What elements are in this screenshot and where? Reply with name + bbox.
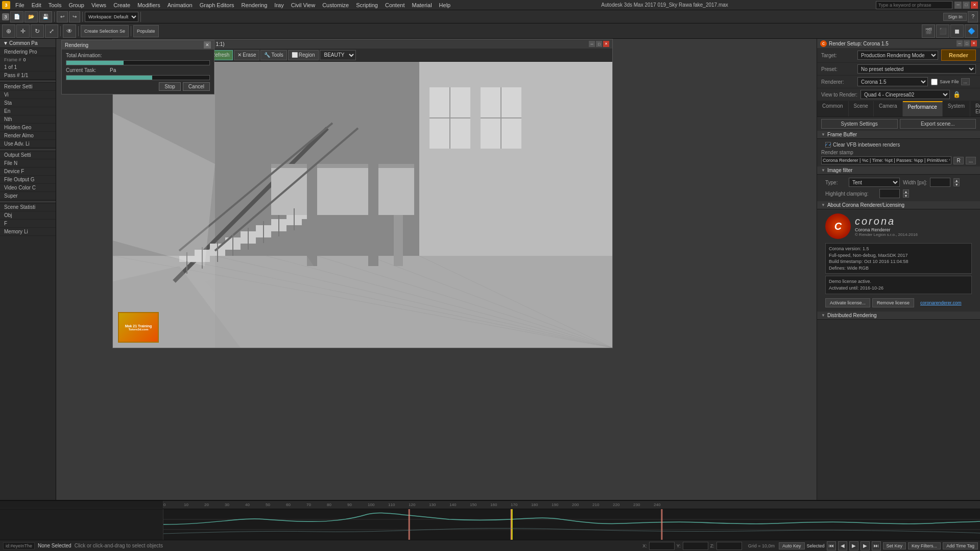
menu-animation[interactable]: Animation: [164, 2, 196, 9]
render-stamp-r[interactable]: R: [953, 157, 963, 164]
activate-license-button[interactable]: Activate license...: [825, 298, 870, 307]
menu-edit[interactable]: Edit: [29, 2, 44, 9]
prev-frame-button[interactable]: ⏮: [827, 541, 836, 550]
render-frame-button[interactable]: 🎬: [922, 25, 935, 38]
play-button[interactable]: ▶: [849, 541, 858, 550]
tab-camera[interactable]: Camera: [874, 101, 903, 116]
render-dialog-close[interactable]: ✕: [204, 41, 211, 49]
x-input[interactable]: [649, 542, 675, 550]
render-button[interactable]: Render: [941, 50, 976, 61]
menu-file[interactable]: File: [12, 2, 28, 9]
fb-tools-button[interactable]: 🔧 Tools: [260, 50, 286, 60]
set-key-button[interactable]: Set Key: [883, 542, 906, 549]
rotate-button[interactable]: ↻: [31, 25, 44, 38]
filter-type-select[interactable]: Tent Box Gaussian: [849, 178, 900, 187]
tab-performance[interactable]: Performance: [903, 101, 943, 116]
render-region-button[interactable]: ⬛: [936, 25, 949, 38]
menu-scripting[interactable]: Scripting: [353, 2, 381, 9]
width-down[interactable]: ▼: [953, 182, 960, 186]
undo-button[interactable]: ↩: [57, 11, 68, 22]
z-input[interactable]: [716, 542, 742, 550]
prev-key-button[interactable]: ◀: [838, 541, 847, 550]
menu-graph-editors[interactable]: Graph Editors: [197, 2, 237, 9]
maximize-button[interactable]: □: [963, 2, 970, 9]
rs-close[interactable]: ✕: [971, 40, 977, 46]
render-stamp-input[interactable]: [821, 156, 951, 164]
tab-common[interactable]: Common: [817, 101, 849, 116]
clear-vfb-checkbox[interactable]: ✓: [825, 142, 831, 148]
fb-erase-button[interactable]: ✕ Erase: [234, 50, 259, 60]
width-up[interactable]: ▲: [953, 178, 960, 182]
redo-button[interactable]: ↪: [69, 11, 80, 22]
width-input[interactable]: 2,0: [930, 178, 950, 187]
fb-max[interactable]: □: [596, 41, 602, 47]
common-params-header[interactable]: ▼ Common Pa: [0, 39, 56, 48]
corona-link-button[interactable]: coronarenderer.com: [916, 298, 966, 307]
menu-customize[interactable]: Customize: [319, 2, 352, 9]
open-button[interactable]: 📂: [25, 11, 38, 22]
next-key-button[interactable]: ▶: [861, 541, 870, 550]
distributed-section-header[interactable]: Distributed Rendering: [817, 312, 980, 320]
rs-min[interactable]: ─: [957, 40, 963, 46]
select-object-button[interactable]: ⊕: [2, 25, 15, 38]
help-button[interactable]: ?: [968, 11, 978, 22]
frame-buffer-section-header[interactable]: Frame Buffer: [817, 131, 980, 139]
menu-civil-view[interactable]: Civil View: [288, 2, 318, 9]
close-button[interactable]: ✕: [971, 2, 978, 9]
menu-content[interactable]: Content: [382, 2, 408, 9]
tab-scene[interactable]: Scene: [849, 101, 874, 116]
render-selected-button[interactable]: ◼: [950, 25, 964, 38]
rs-max[interactable]: □: [964, 40, 970, 46]
populate-button[interactable]: Populate: [133, 25, 159, 37]
export-scene-button[interactable]: Export scene...: [900, 119, 976, 129]
render-stamp-dots[interactable]: ...: [966, 157, 976, 164]
fb-min[interactable]: ─: [589, 41, 595, 47]
menu-tools[interactable]: Tools: [45, 2, 65, 9]
scale-button[interactable]: ⤢: [45, 25, 58, 38]
auto-key-button[interactable]: Auto Key: [779, 542, 805, 549]
target-select[interactable]: Production Rendering Mode: [857, 51, 938, 60]
next-frame-button[interactable]: ⏭: [872, 541, 881, 550]
menu-views[interactable]: Views: [88, 2, 109, 9]
save-file-browse[interactable]: ...: [961, 78, 970, 85]
fb-close[interactable]: ✕: [603, 41, 609, 47]
image-filter-section-header[interactable]: Image filter: [817, 166, 980, 175]
menu-material[interactable]: Material: [409, 2, 435, 9]
highlight-up[interactable]: ▲: [903, 189, 909, 194]
view-button[interactable]: 👁: [63, 25, 76, 38]
fb-region-button[interactable]: ⬜ Region: [288, 50, 319, 60]
save-button[interactable]: 💾: [39, 11, 52, 22]
menu-group[interactable]: Group: [65, 2, 87, 9]
cancel-button[interactable]: Cancel: [183, 82, 210, 91]
tab-render-elements[interactable]: Render Elements: [970, 101, 980, 116]
save-file-checkbox[interactable]: [931, 79, 938, 85]
view-select[interactable]: Quad 4 - Cinepresa02: [861, 90, 950, 99]
workspace-select[interactable]: Workspace: Default: [85, 12, 138, 22]
preset-select[interactable]: No preset selected: [857, 64, 976, 74]
system-settings-button[interactable]: System Settings: [821, 119, 898, 129]
highlight-down[interactable]: ▼: [903, 194, 909, 198]
renderer-select[interactable]: Corona 1.5: [857, 77, 928, 86]
move-button[interactable]: ✛: [16, 25, 30, 38]
key-filters-button[interactable]: Key Filters...: [908, 542, 941, 549]
signin-button[interactable]: Sign In: [943, 13, 967, 21]
search-input[interactable]: [876, 1, 952, 9]
create-selection-button[interactable]: Create Selection Se: [81, 25, 129, 37]
fb-beauty-select[interactable]: BEAUTY Alpha Depth: [320, 50, 356, 60]
stop-button[interactable]: Stop: [159, 82, 181, 91]
add-time-tag-button[interactable]: Add Time Tag: [943, 542, 978, 549]
new-button[interactable]: 📄: [10, 11, 23, 22]
material-editor-button[interactable]: 🔷: [965, 25, 978, 38]
menu-modifiers[interactable]: Modifiers: [134, 2, 163, 9]
highlight-input[interactable]: 0,0: [879, 189, 900, 198]
menu-rendering[interactable]: Rendering: [238, 2, 271, 9]
menu-help[interactable]: Help: [436, 2, 454, 9]
remove-license-button[interactable]: Remove license: [872, 298, 914, 307]
tab-system[interactable]: System: [943, 101, 970, 116]
y-input[interactable]: [683, 542, 708, 550]
lock-icon[interactable]: 🔒: [953, 91, 961, 98]
menu-create[interactable]: Create: [110, 2, 133, 9]
about-section-header[interactable]: About Corona Renderer/Licensing: [817, 201, 980, 209]
menu-iray[interactable]: Iray: [271, 2, 286, 9]
minimize-button[interactable]: ─: [954, 2, 962, 9]
